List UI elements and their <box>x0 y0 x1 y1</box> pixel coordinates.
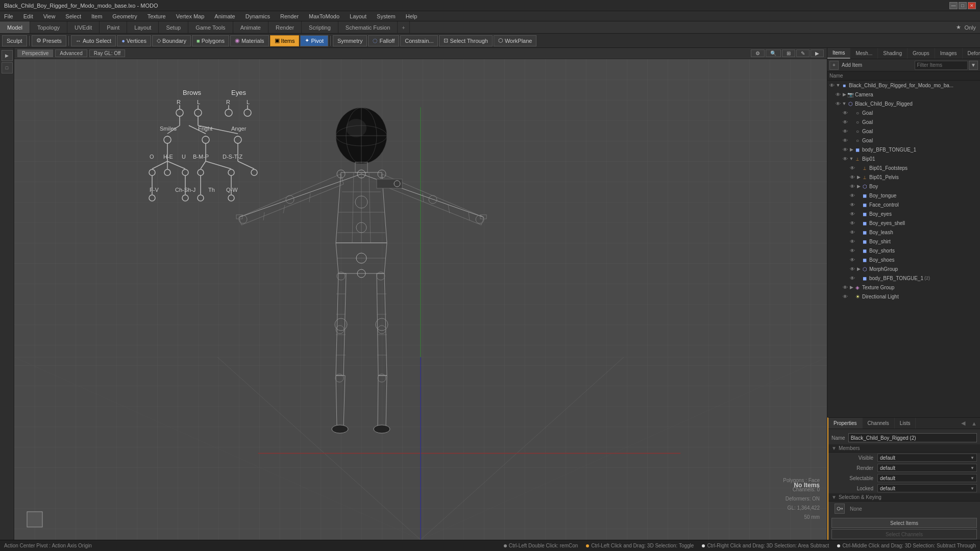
visibility-icon[interactable]: 👁 <box>849 229 856 236</box>
pivot-button[interactable]: ✦ Pivot <box>300 35 328 46</box>
visibility-icon[interactable]: 👁 <box>849 173 856 181</box>
tab-gametools[interactable]: Game Tools <box>188 21 233 33</box>
tab-deformer[interactable]: Defor... <box>963 48 980 59</box>
raygl-button[interactable]: Ray GL: Off <box>89 49 126 57</box>
menu-animate[interactable]: Animate <box>212 12 237 20</box>
filter-items-input[interactable] <box>915 61 968 70</box>
tree-item-goal3[interactable]: 👁 ○ Goal <box>827 127 980 136</box>
tab-groups[interactable]: Groups <box>908 48 935 59</box>
expand-icon[interactable]: ▶ <box>856 174 861 180</box>
tab-schematic[interactable]: Schematic Fusion <box>338 21 398 33</box>
viewport-ctrl-1[interactable]: ⚙ <box>751 49 765 57</box>
tab-topology[interactable]: Topology <box>30 21 67 33</box>
tab-paint[interactable]: Paint <box>100 21 127 33</box>
expand-icon[interactable]: ▼ <box>842 101 847 106</box>
visibility-icon[interactable]: 👁 <box>849 210 856 217</box>
star-icon[interactable]: ★ <box>956 24 961 31</box>
visibility-icon[interactable]: 👁 <box>842 137 849 144</box>
advanced-button[interactable]: Advanced <box>55 49 87 57</box>
expand-icon[interactable] <box>856 165 861 170</box>
tree-item-face-control[interactable]: 👁 ◼ Face_control <box>827 200 980 209</box>
add-tab-button[interactable]: + <box>398 21 409 33</box>
visible-dropdown[interactable]: default <box>877 454 977 462</box>
visibility-icon[interactable]: 👁 <box>849 256 856 263</box>
auto-select-button[interactable]: ↔ Auto Select <box>71 35 116 46</box>
members-section[interactable]: ▼ Members <box>828 444 980 453</box>
menu-file[interactable]: File <box>2 12 15 20</box>
visibility-icon[interactable]: 👁 <box>842 118 849 126</box>
menu-render[interactable]: Render <box>278 12 301 20</box>
expand-icon[interactable] <box>849 110 854 115</box>
symmetry-button[interactable]: Symmetry <box>333 35 368 46</box>
constrain-button[interactable]: Constrain... <box>400 35 438 46</box>
tree-item-texture-group[interactable]: 👁 ▶ ◈ Texture Group <box>827 283 980 292</box>
visibility-icon[interactable]: 👁 <box>849 183 856 190</box>
viewport-ctrl-4[interactable]: ✎ <box>796 49 810 57</box>
expand-icon[interactable]: ▼ <box>836 83 841 88</box>
expand-icon[interactable] <box>856 248 861 253</box>
menu-view[interactable]: View <box>41 12 58 20</box>
viewport-canvas[interactable]: Brows R L Eyes R L Smiles Fright <box>14 59 827 540</box>
expand-icon[interactable]: ▶ <box>856 266 861 271</box>
tree-item-body-bfb[interactable]: 👁 ▶ ◼ body_BFB_TONGUE_1 <box>827 145 980 154</box>
menu-maxtomodo[interactable]: MaxToModo <box>307 12 341 20</box>
visibility-icon[interactable]: 👁 <box>849 265 856 272</box>
expand-icon[interactable]: ▶ <box>856 184 861 189</box>
expand-icon[interactable] <box>856 230 861 235</box>
tab-mesh[interactable]: Mesh... <box>850 48 878 59</box>
visibility-icon[interactable]: 👁 <box>842 128 849 135</box>
menu-geometry[interactable]: Geometry <box>110 12 139 20</box>
tab-shading[interactable]: Shading <box>878 48 908 59</box>
tree-item-bip01[interactable]: 👁 ▼ ⟂ Bip01 <box>827 154 980 163</box>
tree-item-boy-shirt[interactable]: 👁 ◼ Boy_shirt <box>827 237 980 246</box>
tree-item-bip01-footsteps[interactable]: 👁 ⟂ Bip01_Footsteps <box>827 163 980 172</box>
expand-icon[interactable] <box>856 220 861 226</box>
expand-icon[interactable]: ▼ <box>849 156 854 161</box>
expand-icon[interactable] <box>849 129 854 134</box>
falloff-button[interactable]: ◌ Falloff <box>368 35 399 46</box>
tree-item-boy-shorts[interactable]: 👁 ◼ Boy_shorts <box>827 246 980 255</box>
tab-layout[interactable]: Layout <box>127 21 159 33</box>
selectable-dropdown[interactable]: default <box>877 474 977 482</box>
expand-icon[interactable] <box>856 202 861 207</box>
visibility-icon[interactable]: 👁 <box>842 284 849 291</box>
maximize-button[interactable]: □ <box>959 2 967 9</box>
menu-dynamics[interactable]: Dynamics <box>243 12 272 20</box>
expand-icon[interactable] <box>856 276 861 281</box>
add-item-button[interactable]: + <box>829 61 839 70</box>
menu-layout[interactable]: Layout <box>348 12 369 20</box>
name-input[interactable] <box>848 433 977 442</box>
select-channels-button[interactable]: Select Channels <box>831 529 977 539</box>
tree-item-boy[interactable]: 👁 ▶ ⬡ Boy <box>827 182 980 191</box>
tab-images[interactable]: Images <box>935 48 963 59</box>
items-tree[interactable]: 👁 ▼ ■ Black_Child_Boy_Rigged_for_Modo_mo… <box>827 81 980 417</box>
expand-icon[interactable] <box>856 239 861 244</box>
tab-uvedit[interactable]: UVEdit <box>67 21 100 33</box>
expand-icon[interactable] <box>849 138 854 143</box>
tab-properties[interactable]: Properties <box>828 418 863 429</box>
tab-items[interactable]: Items <box>827 48 850 59</box>
props-panel-options[interactable]: ▲ <box>968 418 980 429</box>
expand-icon[interactable] <box>856 193 861 198</box>
viewport-ctrl-5[interactable]: ▶ <box>811 49 824 57</box>
select-items-button[interactable]: Select Items <box>831 518 977 528</box>
menu-item[interactable]: Item <box>89 12 104 20</box>
tab-channels[interactable]: Channels <box>863 418 895 429</box>
visibility-icon[interactable]: 👁 <box>849 238 856 245</box>
expand-icon[interactable]: ▶ <box>849 285 854 290</box>
menu-edit[interactable]: Edit <box>21 12 35 20</box>
props-panel-expand[interactable]: ◀ <box>958 418 968 429</box>
visibility-icon[interactable]: 👁 <box>849 192 856 199</box>
minimize-button[interactable]: — <box>949 2 958 9</box>
tab-lists[interactable]: Lists <box>895 418 916 429</box>
menu-system[interactable]: System <box>375 12 398 20</box>
select-through-button[interactable]: ⊡ Select Through <box>439 35 492 46</box>
tab-scripting[interactable]: Scripting <box>302 21 338 33</box>
expand-icon[interactable]: ▶ <box>842 92 847 97</box>
left-tool-2[interactable]: □ <box>2 62 13 73</box>
tab-render[interactable]: Render <box>268 21 302 33</box>
tree-item-body-bfb2[interactable]: 👁 ◼ body_BFB_TONGUE_1 (2) <box>827 273 980 283</box>
tree-item-morphgroup[interactable]: 👁 ▶ ⬡ MorphGroup <box>827 264 980 273</box>
tree-item-boy-eyes-shell[interactable]: 👁 ◼ Boy_eyes_shell <box>827 218 980 228</box>
close-button[interactable]: ✕ <box>968 2 976 9</box>
